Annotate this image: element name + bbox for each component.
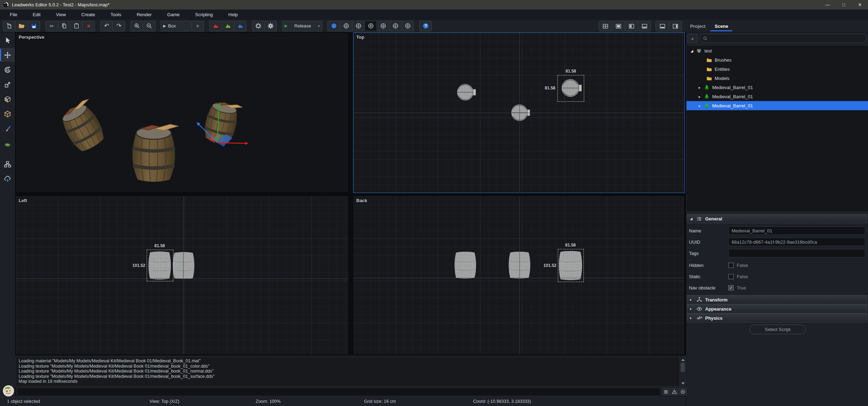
settings-outline-button[interactable] <box>252 21 264 31</box>
maximize-button[interactable]: □ <box>836 0 852 10</box>
save-map-button[interactable] <box>27 21 40 31</box>
layout-columns-button[interactable] <box>625 21 638 31</box>
tree-item-root[interactable]: ◢ test <box>687 46 868 55</box>
render-mode-7-button[interactable] <box>401 21 414 31</box>
hidden-checkbox[interactable] <box>728 263 734 268</box>
terrain-red-button[interactable] <box>209 21 222 31</box>
scroll-thumb[interactable] <box>681 363 685 372</box>
terrain-tool-button[interactable] <box>1 137 15 151</box>
toggle-bottom-panel-button[interactable] <box>656 21 669 31</box>
select-tool-button[interactable] <box>1 33 15 47</box>
render-mode-4-button[interactable] <box>364 21 377 31</box>
undo-button[interactable]: ↶ <box>100 21 113 31</box>
layout-single-button[interactable] <box>612 21 625 31</box>
selection-outline <box>557 75 584 102</box>
section-general[interactable]: ◢ General <box>687 214 867 223</box>
tags-input[interactable] <box>728 249 865 257</box>
console-errors-button[interactable] <box>679 388 687 395</box>
terrain-blue-button[interactable] <box>234 21 247 31</box>
console-input[interactable] <box>17 388 660 396</box>
help-button[interactable]: ? <box>419 21 432 31</box>
expander-expanded-icon[interactable]: ◢ <box>690 49 694 53</box>
tree-item-models[interactable]: Models <box>687 74 868 83</box>
move-tool-button[interactable] <box>1 48 15 62</box>
minimize-button[interactable]: — <box>819 0 836 10</box>
copy-button[interactable] <box>58 21 70 31</box>
vertex-edit-tool-button[interactable] <box>1 107 15 121</box>
static-checkbox[interactable] <box>728 274 734 279</box>
viewport-top[interactable]: Top 81.58 81.58 <box>353 32 685 193</box>
download-tool-button[interactable] <box>1 172 15 186</box>
paint-tool-button[interactable] <box>1 122 15 136</box>
paste-button[interactable] <box>70 21 83 31</box>
wire-sphere-icon <box>355 23 362 29</box>
scroll-up-arrow[interactable] <box>681 359 685 361</box>
scale-tool-button[interactable] <box>1 77 15 92</box>
scroll-down-arrow[interactable] <box>681 382 685 385</box>
render-mode-2-button[interactable] <box>340 21 352 31</box>
viewport-left[interactable]: Left 81.58 101.52 <box>15 196 349 355</box>
expander-collapsed-icon[interactable]: ▸ <box>698 104 701 108</box>
layout-quad-button[interactable] <box>599 21 612 31</box>
tree-item-entities[interactable]: Entities <box>687 64 868 74</box>
menu-create[interactable]: Create <box>74 10 103 20</box>
rotate-tool-button[interactable] <box>1 63 15 77</box>
tree-item-model-3-selected[interactable]: ▸ Medieval_Barrel_01 <box>687 101 868 110</box>
nav-obstacle-checkbox[interactable]: ✓ <box>728 285 734 291</box>
hierarchy-tool-button[interactable] <box>1 157 15 171</box>
console-log-filter-button[interactable] <box>662 388 670 395</box>
primitive-dropdown[interactable]: ▶ Box <box>161 21 192 31</box>
console-warnings-button[interactable] <box>670 388 678 395</box>
redo-button[interactable]: ↷ <box>113 21 125 31</box>
zoom-out-button[interactable] <box>143 21 155 31</box>
menu-scripting[interactable]: Scripting <box>187 10 221 20</box>
tree-item-model-1[interactable]: ▸ Medieval_Barrel_01 <box>687 83 868 92</box>
console-scrollbar[interactable] <box>679 357 685 386</box>
section-appearance[interactable]: ▸ Appearance <box>687 304 867 313</box>
zoom-in-button[interactable] <box>130 21 143 31</box>
menu-file[interactable]: File <box>2 10 25 20</box>
section-transform[interactable]: ▸ Transform <box>687 295 867 304</box>
toggle-right-panel-button[interactable] <box>669 21 682 31</box>
selection-outline <box>558 249 584 282</box>
tree-item-model-2[interactable]: ▸ Medieval_Barrel_01 <box>687 92 868 101</box>
status-selection: 1 object selected <box>7 399 40 404</box>
new-map-button[interactable] <box>3 21 15 31</box>
menu-help[interactable]: Help <box>221 10 245 20</box>
section-physics[interactable]: ▸ Physics <box>687 313 867 323</box>
tab-scene[interactable]: Scene <box>715 24 728 29</box>
menu-tools[interactable]: Tools <box>103 10 129 20</box>
avatar[interactable] <box>3 385 14 396</box>
terrain-green-button[interactable] <box>222 21 234 31</box>
render-mode-solid-button[interactable] <box>327 21 340 31</box>
run-config-dropdown[interactable]: ▶ Release ▾ <box>282 21 322 31</box>
settings-solid-button[interactable] <box>264 21 277 31</box>
render-mode-3-button[interactable] <box>352 21 365 31</box>
layout-rows-button[interactable] <box>638 21 651 31</box>
viewport-back[interactable]: Back 81.58 101.52 <box>353 196 685 355</box>
add-primitive-button[interactable]: + <box>191 21 204 31</box>
select-script-button[interactable]: Select Script <box>749 325 806 334</box>
menu-edit[interactable]: Edit <box>25 10 48 20</box>
menu-game[interactable]: Game <box>159 10 187 20</box>
close-button[interactable]: ✕ <box>852 0 868 10</box>
viewport-perspective[interactable]: Perspective <box>15 32 349 193</box>
menu-render[interactable]: Render <box>129 10 160 20</box>
cut-button[interactable]: ✂ <box>45 21 58 31</box>
render-mode-5-button[interactable] <box>377 21 389 31</box>
expander-collapsed-icon[interactable]: ▸ <box>698 95 701 99</box>
expander-collapsed-icon[interactable]: ▸ <box>698 86 701 89</box>
tree-item-brushes[interactable]: Brushes <box>687 55 868 64</box>
menu-view[interactable]: View <box>48 10 74 20</box>
add-entity-button[interactable]: + <box>688 34 697 43</box>
uuid-input[interactable]: 68a12c78-d667-4a1f-9b22-9ae316bcd0ca <box>728 238 865 246</box>
render-mode-6-button[interactable] <box>389 21 402 31</box>
open-map-button[interactable] <box>15 21 28 31</box>
delete-button[interactable]: ✕ <box>82 21 95 31</box>
list-icon <box>696 216 702 222</box>
face-edit-tool-button[interactable] <box>1 92 15 106</box>
tab-project[interactable]: Project <box>690 24 706 29</box>
console-log[interactable]: Loading material "Models/My Models/Medie… <box>15 357 686 387</box>
name-input[interactable]: Medieval_Barrel_01 <box>728 226 865 235</box>
scene-search-input[interactable] <box>700 34 866 43</box>
